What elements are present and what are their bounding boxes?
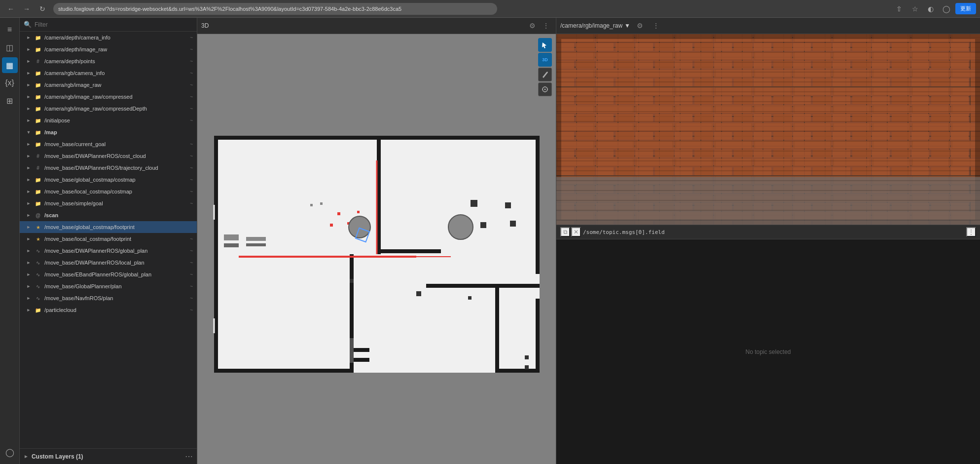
topic-name: /camera/rgb/image_raw/compressedDepth (44, 106, 187, 112)
topic-name: /camera/depth/points (44, 58, 187, 64)
svg-rect-19 (330, 224, 333, 227)
expand-icon: ► (26, 224, 32, 230)
bookmark-button[interactable]: ☆ (908, 2, 922, 16)
topic-item[interactable]: ► ∿ /move_base/DWAPlannerROS/global_plan… (20, 245, 197, 257)
variables-button[interactable]: {x} (2, 75, 18, 91)
topics-button[interactable]: ▦ (2, 57, 18, 73)
panel-3d: 3D ⚙ ⋮ (197, 18, 556, 464)
svg-rect-34 (468, 296, 472, 300)
expand-icon: ► (26, 189, 32, 194)
draw-tool-button[interactable] (538, 68, 552, 81)
back-button[interactable]: ← (4, 2, 18, 16)
svg-rect-22 (505, 202, 511, 208)
topic-name: /move_base/EBandPlannerROS/global_plan (44, 271, 187, 277)
topic-item[interactable]: ► ∿ /move_base/GlobalPlanner/plan ~ (20, 280, 197, 292)
update-button[interactable]: 更新 (955, 3, 976, 14)
topic-item[interactable]: ► @ /scan (20, 209, 197, 221)
topic-type-icon: 📁 (35, 93, 41, 100)
camera-topic-dropdown[interactable]: /camera/rgb/image_raw ▼ (560, 22, 630, 29)
topic-item[interactable]: ► # /move_base/DWAPlannerROS/trajectory_… (20, 162, 197, 174)
search-icon: 🔍 (24, 21, 32, 28)
main-content: 3D ⚙ ⋮ (197, 18, 556, 464)
forward-button[interactable]: → (20, 2, 34, 16)
topic-type-icon: ∿ (35, 295, 41, 302)
topic-name: /camera/depth/image_raw (44, 46, 187, 52)
viewport-3d[interactable]: 3D (197, 34, 556, 464)
datasource-close-button[interactable]: ✕ (571, 227, 581, 237)
topic-item[interactable]: ► ★ /move_base/global_costmap/footprint (20, 221, 197, 233)
topic-item[interactable]: ► ∿ /move_base/NavfnROS/plan ~ (20, 292, 197, 304)
app-container: ≡ ◫ ▦ {x} ⊞ ◯ 🔍 ► 📁 /camera/depth/camera… (0, 18, 980, 464)
svg-rect-41 (350, 338, 354, 363)
menu-button[interactable]: ≡ (2, 22, 18, 38)
topic-name: /camera/rgb/camera_info (44, 70, 187, 76)
camera-settings-button[interactable]: ⚙ (634, 20, 646, 32)
stream-icon: ~ (190, 260, 193, 266)
topic-item[interactable]: ► ★ /move_base/local_costmap/footprint ~ (20, 233, 197, 245)
topic-item[interactable]: ► 📁 /move_base/simple/goal ~ (20, 197, 197, 209)
topic-item[interactable]: ► ∿ /move_base/EBandPlannerROS/global_pl… (20, 269, 197, 280)
extension-button[interactable]: ◐ (924, 2, 938, 16)
refresh-button[interactable]: ↻ (36, 2, 49, 16)
svg-rect-28 (224, 234, 239, 240)
topic-item[interactable]: ► 📁 /camera/rgb/camera_info ~ (20, 67, 197, 79)
share-button[interactable]: ⇧ (892, 2, 906, 16)
stream-icon: ~ (190, 284, 193, 289)
topic-item[interactable]: ► 📁 /move_base/current_goal ~ (20, 138, 197, 150)
datasource-copy-button[interactable]: ⧉ (560, 227, 570, 237)
custom-layers-more-button[interactable]: ⋯ (185, 452, 193, 461)
svg-rect-18 (357, 211, 360, 213)
stream-icon: ~ (190, 308, 193, 313)
topic-name: /particlecloud (44, 307, 187, 313)
topic-type-icon: ∿ (35, 271, 41, 278)
panel-3d-settings-button[interactable]: ⚙ (526, 20, 538, 32)
sidebar-search: 🔍 (20, 18, 197, 32)
stream-icon: ~ (190, 142, 193, 147)
datasource-path: /some/topic.msgs[0].field (583, 229, 964, 235)
topic-name: /map (44, 129, 193, 135)
right-panel: /camera/rgb/image_raw ▼ ⚙ ⋮ (556, 18, 980, 464)
svg-rect-30 (246, 237, 266, 241)
svg-rect-5 (495, 369, 540, 373)
target-tool-button[interactable] (538, 82, 552, 96)
stream-icon: ~ (190, 154, 193, 159)
topic-type-icon: ∿ (35, 283, 41, 290)
camera-more-button[interactable]: ⋮ (650, 20, 662, 32)
icon-bar: ≡ ◫ ▦ {x} ⊞ ◯ (0, 18, 20, 464)
3d-mode-button[interactable]: 3D (538, 53, 552, 67)
topic-type-icon: 📁 (35, 200, 41, 207)
topic-item[interactable]: ► ∿ /move_base/DWAPlannerROS/local_plan … (20, 257, 197, 269)
expand-icon: ► (26, 248, 32, 254)
stream-icon: ~ (190, 177, 193, 183)
topic-item[interactable]: ► # /camera/depth/points ~ (20, 55, 197, 67)
topic-item[interactable]: ► 📁 /initialpose ~ (20, 115, 197, 126)
account-button[interactable]: ◯ (2, 444, 18, 460)
panels-button[interactable]: ◫ (2, 39, 18, 55)
topic-item[interactable]: ▼ 📁 /map (20, 126, 197, 138)
custom-layers-expand-icon[interactable]: ► (24, 454, 29, 459)
topic-item[interactable]: ► # /move_base/DWAPlannerROS/cost_cloud … (20, 150, 197, 162)
brick-overlay (556, 34, 980, 225)
profile-button[interactable]: ◯ (940, 2, 953, 16)
topic-item[interactable]: ► 📁 /particlecloud ~ (20, 304, 197, 316)
topic-item[interactable]: ► 📁 /camera/depth/camera_info ~ (20, 32, 197, 43)
topic-type-icon: # (35, 58, 41, 65)
topic-name: /move_base/DWAPlannerROS/local_plan (44, 260, 187, 266)
stream-icon: ~ (190, 47, 193, 52)
topic-item[interactable]: ► 📁 /move_base/local_costmap/costmap ~ (20, 186, 197, 197)
panel-3d-more-button[interactable]: ⋮ (540, 20, 552, 32)
topic-item[interactable]: ► 📁 /camera/rgb/image_raw ~ (20, 79, 197, 91)
cursor-tool-button[interactable] (538, 38, 552, 52)
topic-item[interactable]: ► 📁 /camera/rgb/image_raw/compressed ~ (20, 91, 197, 103)
topic-item[interactable]: ► 📁 /camera/rgb/image_raw/compressedDept… (20, 103, 197, 115)
datasource-more-button[interactable]: ⋮ (966, 227, 976, 237)
search-input[interactable] (35, 21, 193, 28)
topic-name: /camera/rgb/image_raw/compressed (44, 94, 187, 100)
svg-rect-31 (246, 243, 266, 246)
stream-icon: ~ (190, 165, 193, 171)
extensions-button[interactable]: ⊞ (2, 93, 18, 109)
topic-item[interactable]: ► 📁 /move_base/global_costmap/costmap ~ (20, 174, 197, 186)
address-bar[interactable]: studio.foxglove.dev/?ds=rosbridge-websoc… (53, 3, 497, 15)
topic-item[interactable]: ► 📁 /camera/depth/image_raw ~ (20, 43, 197, 55)
topic-name: /move_base/DWAPlannerROS/global_plan (44, 248, 187, 254)
